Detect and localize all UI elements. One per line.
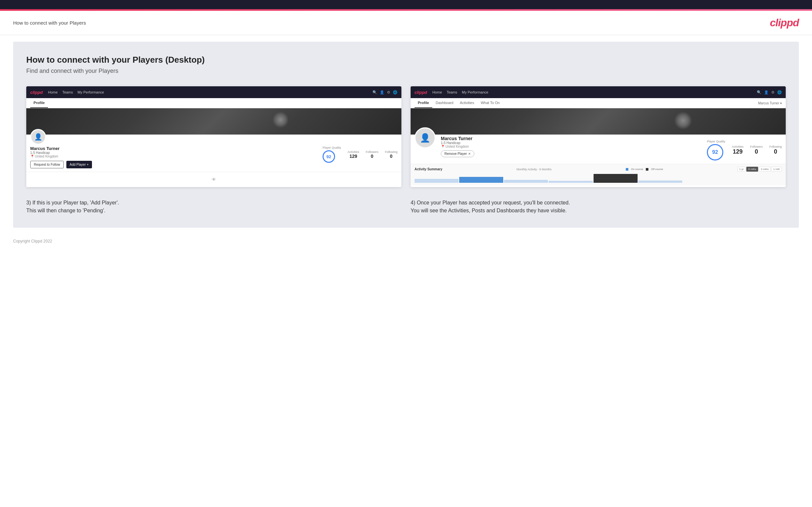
profile-name-block-1: Marcus Turner 1-5 Handicap 📍 United King… [30,146,316,168]
time-btn-1mth[interactable]: 1 mth [771,167,782,172]
nav-performance-1[interactable]: My Performance [78,90,104,94]
stat-activities-value-2: 129 [732,148,744,155]
tab-dashboard-2[interactable]: Dashboard [432,98,457,108]
stat-following-label-2: Following [769,145,782,148]
screenshot-footer-1: 👁 [26,172,401,187]
stat-activities-label-2: Activities [732,145,744,148]
user-icon-2[interactable]: 👤 [764,90,769,95]
search-icon-2[interactable]: 🔍 [757,90,761,95]
off-course-dot [646,168,648,171]
page-header: How to connect with your Players clippd [0,11,812,35]
activity-chart-2 [414,173,782,183]
on-course-dot [626,168,628,171]
page-footer: Copyright Clippd 2022 [0,234,812,248]
app-nav-icons-1: 🔍 👤 ⚙ 🌐 [372,90,398,95]
nav-teams-1[interactable]: Teams [62,90,73,94]
profile-top-row-2: 👤 Marcus Turner 1-5 Handicap 📍 United Ki… [414,134,782,161]
description-right-text: 4) Once your Player has accepted your re… [411,200,570,213]
app-nav-logo-1: clippd [30,90,43,95]
stat-following-value-1: 0 [385,154,398,159]
nav-home-2[interactable]: Home [432,90,442,94]
stat-following-1: Following 0 [385,150,398,159]
time-btn-1yr[interactable]: 1 yr [738,167,746,172]
search-icon-1[interactable]: 🔍 [372,90,377,95]
quality-circle-2: 92 [707,144,723,161]
descriptions-row: 3) If this is your Player tap, 'Add Play… [26,199,786,215]
remove-player-button[interactable]: Remove Player ✕ [441,150,474,157]
quality-label-1: Player Quality [322,146,341,149]
time-btn-6mths[interactable]: 6 mths [746,167,758,172]
stats-row-1: Player Quality 92 Activities 129 Followe… [322,146,398,163]
request-follow-button-1[interactable]: Request to Follow [30,161,64,168]
avatar-1: 👤 [30,129,46,145]
on-course-label: On course [631,168,643,171]
chart-bar-5 [594,174,638,183]
add-player-button-1[interactable]: Add Player + [66,161,92,168]
top-bar [0,0,812,9]
description-left-text: 3) If this is your Player tap, 'Add Play… [26,200,119,213]
stat-followers-2: Followers 0 [750,145,763,155]
tab-profile-1[interactable]: Profile [30,98,48,108]
settings-icon-1[interactable]: ⚙ [387,90,390,95]
profile-section-1: 👤 Marcus Turner 1-5 Handicap 📍 United Ki… [26,134,401,172]
player-handicap-1: 1-5 Handicap [30,151,316,155]
quality-label-2: Player Quality [707,140,725,143]
hero-image-1 [26,108,401,134]
description-right: 4) Once your Player has accepted your re… [411,199,786,215]
profile-info-row-1: Marcus Turner 1-5 Handicap 📍 United King… [30,146,398,168]
stat-followers-value-2: 0 [750,148,763,155]
nav-home-1[interactable]: Home [48,90,57,94]
activity-title-2: Activity Summary [414,167,442,171]
tab-whattoon-2[interactable]: What To On [477,98,503,108]
action-buttons-1: Request to Follow Add Player + [30,161,316,168]
stat-followers-label-1: Followers [366,150,378,154]
stat-activities-1: Activities 129 [348,150,359,159]
quality-circle-1: 92 [322,150,335,163]
tab-activities-2[interactable]: Activities [457,98,477,108]
eye-icon-1: 👁 [211,177,216,182]
player-location-2: 📍 United Kingdom [441,145,702,148]
quality-block-2: Player Quality 92 [707,140,725,161]
nav-performance-2[interactable]: My Performance [462,90,489,94]
settings-icon-2[interactable]: ⚙ [771,90,774,95]
player-location-1: 📍 United Kingdom [30,155,316,158]
tab-bar-left-2: Profile Dashboard Activities What To On [414,98,503,108]
remove-x-icon: ✕ [468,152,471,156]
page-header-title: How to connect with your Players [13,20,86,25]
nav-teams-2[interactable]: Teams [447,90,457,94]
chart-bar-6 [638,180,682,183]
activity-legend-2: On course Off course [626,168,663,171]
stat-activities-label-1: Activities [348,150,359,154]
stat-followers-value-1: 0 [366,154,378,159]
chart-bar-4 [549,181,593,183]
globe-icon-2[interactable]: 🌐 [777,90,782,95]
location-pin-icon-1: 📍 [30,155,34,158]
tab-bar-right-2[interactable]: Marcus Turner ▾ [758,101,782,105]
stat-following-2: Following 0 [769,145,782,155]
globe-icon-1[interactable]: 🌐 [393,90,398,95]
stat-followers-label-2: Followers [750,145,763,148]
avatar-2: 👤 [414,127,436,148]
off-course-label: Off course [651,168,663,171]
clippd-logo: clippd [770,17,799,29]
stat-activities-value-1: 129 [348,154,359,159]
hero-image-2 [411,108,786,134]
quality-block-1: Player Quality 92 [322,146,341,163]
app-nav-logo-2: clippd [414,90,427,95]
avatar-circle-1: 👤 [30,129,46,145]
tab-profile-2[interactable]: Profile [414,98,432,108]
tab-bar-left-1: Profile [30,98,48,108]
user-icon-1[interactable]: 👤 [380,90,384,95]
stat-following-value-2: 0 [769,148,782,155]
stat-followers-1: Followers 0 [366,150,378,159]
activity-header-2: Activity Summary Monthly Activity · 6 Mo… [414,167,782,172]
tab-bar-2: Profile Dashboard Activities What To On … [411,98,786,108]
chart-bar-3 [504,180,548,183]
profile-name-area-2: Marcus Turner 1-5 Handicap 📍 United King… [441,134,702,157]
description-left: 3) If this is your Player tap, 'Add Play… [26,199,401,215]
avatar-circle-2: 👤 [414,127,436,148]
player-name-2: Marcus Turner [441,136,702,141]
main-title: How to connect with your Players (Deskto… [26,55,786,65]
profile-section-2: 👤 Marcus Turner 1-5 Handicap 📍 United Ki… [411,134,786,164]
time-btn-3mths[interactable]: 3 mths [759,167,771,172]
